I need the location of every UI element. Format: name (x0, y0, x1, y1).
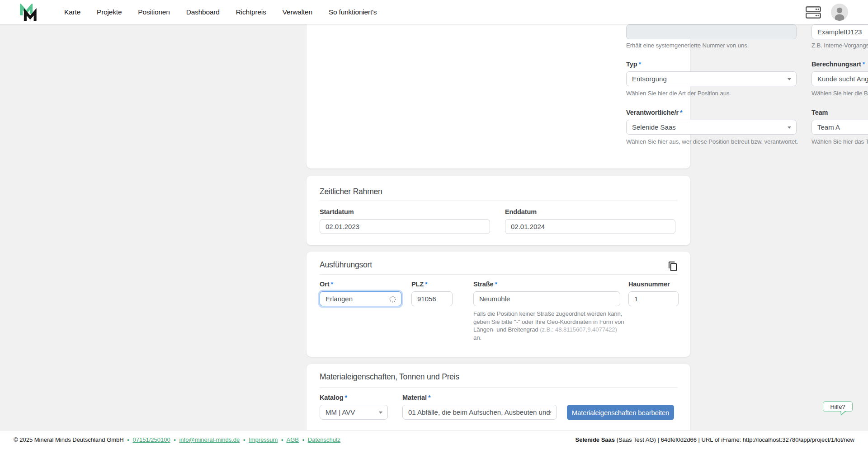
unsere-positionsnummer-input (626, 24, 797, 39)
footer-link-phone[interactable]: 07151/250100 (133, 436, 170, 443)
nav-item-positionen[interactable]: Positionen (138, 8, 170, 16)
nav-item-dashboard[interactable]: Dashboard (186, 8, 220, 16)
server-storage-icon[interactable] (806, 6, 821, 19)
footer-copyright: © 2025 Mineral Minds Deutschland GmbH (14, 436, 124, 443)
hilfe-bubble[interactable]: Hilfe? (823, 401, 853, 412)
typ-helper: Wählen Sie hier die Art der Position aus… (626, 90, 731, 97)
user-avatar[interactable] (831, 4, 848, 21)
footer-session-info: Selenide Saas (Saas Test AG) | 64dfef0d2… (576, 436, 854, 443)
plz-label: PLZ* (411, 281, 428, 288)
zeitlicher-rahmen-title: Zeitlicher Rahmen (320, 187, 382, 196)
katalog-select[interactable]: MM | AVV (320, 405, 388, 420)
copy-icon[interactable] (668, 261, 679, 272)
loading-spinner-icon (389, 295, 396, 304)
mineral-minds-logo-icon[interactable] (19, 4, 37, 22)
nav-menu: Karte Projekte Positionen Dashboard Rich… (64, 0, 377, 24)
strasse-helper: Falls die Position keiner Straße zugeord… (473, 310, 625, 341)
strasse-label: Straße* (473, 281, 497, 288)
unsere-positionsnummer-helper: Erhält eine systemgenerierte Nummer von … (626, 42, 749, 49)
card-position-basisdaten: Unsere Positionsnummer Erhält eine syste… (307, 0, 690, 168)
page: Unsere Positionsnummer Erhält eine syste… (0, 0, 868, 449)
startdatum-input[interactable] (320, 219, 490, 234)
plz-input[interactable] (411, 291, 453, 306)
positionsbezeichnung-input[interactable] (811, 24, 868, 39)
materialeigenschaften-bearbeiten-button[interactable]: Materialeigenschaften bearbeiten (567, 405, 674, 420)
divider (320, 387, 678, 388)
ort-field-wrapper: Erlangen (320, 291, 401, 306)
positionsbezeichnung-helper: Z.B. Interne-Vorgangsnummer, LV-Position… (811, 42, 868, 49)
hilfe-label: Hilfe? (830, 403, 845, 410)
footer-left: © 2025 Mineral Minds Deutschland GmbH • … (14, 436, 340, 443)
card-zeitlicher-rahmen (307, 176, 690, 245)
team-helper: Wählen Sie hier das Team aus, welches di… (811, 138, 868, 145)
required-asterisk: * (863, 61, 865, 68)
team-label: Team (811, 109, 828, 116)
berechnungsart-label: Berechnungsart* (811, 61, 865, 68)
required-asterisk: * (680, 109, 683, 116)
strasse-input[interactable] (473, 291, 620, 306)
top-navigation-bar: Karte Projekte Positionen Dashboard Rich… (0, 0, 868, 24)
divider (320, 274, 678, 275)
enddatum-label: Enddatum (505, 208, 537, 215)
typ-select[interactable]: Entsorgung (626, 71, 797, 86)
ort-label: Ort* (320, 281, 333, 288)
enddatum-input[interactable] (505, 219, 675, 234)
berechnungsart-select[interactable]: Kunde sucht Angebot (Angebotsanfrage) (811, 71, 868, 86)
nav-right-icons (806, 0, 848, 24)
berechnungsart-helper: Wählen Sie hier die Berechnungsart aus. (811, 90, 868, 97)
material-label: Material* (402, 394, 431, 401)
startdatum-label: Startdatum (320, 208, 354, 215)
hausnummer-input[interactable] (628, 291, 679, 306)
footer-link-email[interactable]: info@mineral-minds.de (179, 436, 240, 443)
required-asterisk: * (428, 394, 431, 401)
verantwortliche-select[interactable]: Selenide Saas (626, 120, 797, 135)
hausnummer-label: Hausnummer (628, 281, 670, 288)
required-asterisk: * (638, 61, 641, 68)
required-asterisk: * (425, 281, 428, 288)
material-select[interactable]: 01 Abfälle, die beim Aufsuchen, Ausbeute… (402, 405, 557, 420)
verantwortliche-label: Verantwortliche/r* (626, 109, 683, 116)
required-asterisk: * (330, 281, 333, 288)
ausfuehrungsort-title: Ausführungsort (320, 260, 372, 270)
divider (320, 201, 678, 201)
typ-label: Typ* (626, 61, 641, 68)
footer: © 2025 Mineral Minds Deutschland GmbH • … (0, 430, 868, 449)
footer-user-name: Selenide Saas (576, 436, 615, 443)
material-section-title: Materialeigenschaften, Tonnen und Preis (320, 372, 459, 382)
chevron-down-icon (788, 126, 791, 129)
required-asterisk: * (495, 281, 498, 288)
katalog-label: Katalog* (320, 394, 347, 401)
chevron-down-icon (379, 412, 382, 414)
nav-item-so-funktionierts[interactable]: So funktioniert's (329, 8, 377, 16)
nav-item-karte[interactable]: Karte (64, 8, 80, 16)
nav-item-richtpreis[interactable]: Richtpreis (236, 8, 266, 16)
chevron-down-icon (548, 412, 552, 414)
ort-input[interactable]: Erlangen (320, 291, 401, 306)
team-select[interactable]: Team A (811, 120, 868, 135)
nav-item-projekte[interactable]: Projekte (97, 8, 122, 16)
verantwortliche-helper: Wählen Sie hier aus, wer diese Position … (626, 138, 798, 145)
footer-link-agb[interactable]: AGB (287, 436, 299, 443)
required-asterisk: * (344, 394, 347, 401)
chevron-down-icon (788, 78, 791, 80)
footer-link-impressum[interactable]: Impressum (249, 436, 278, 443)
footer-link-datenschutz[interactable]: Datenschutz (308, 436, 340, 443)
nav-item-verwalten[interactable]: Verwalten (283, 8, 312, 16)
footer-session-details: (Saas Test AG) | 64dfef0d2d66 | URL of i… (615, 436, 854, 443)
